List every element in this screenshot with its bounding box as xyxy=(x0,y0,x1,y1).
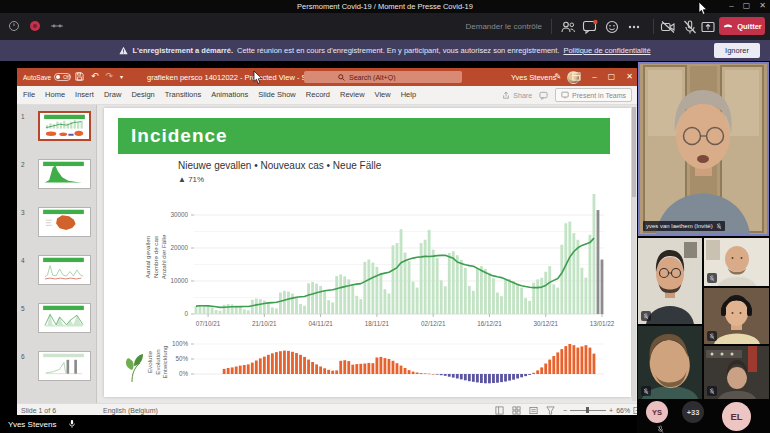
slide-thumbnail-2[interactable] xyxy=(38,159,91,189)
slide: Incidence Nieuwe gevallen • Nouveaux cas… xyxy=(104,108,631,397)
mouse-cursor xyxy=(698,2,708,15)
evolution-chart: 0%50%100%EvolutieEvolutionEntwicklung xyxy=(122,336,618,394)
draw-pen-icon[interactable]: ✎ xyxy=(555,72,562,81)
slide-sorter-button[interactable] xyxy=(512,406,521,415)
record-indicator-icon xyxy=(29,20,41,32)
privacy-policy-link[interactable]: Politique de confidentialité xyxy=(563,46,650,55)
qat-dropdown-icon[interactable]: ▾ xyxy=(120,73,123,80)
participant-tile-bald-man[interactable] xyxy=(704,238,769,286)
thumbnail-5-graphic xyxy=(39,304,88,330)
ignore-button[interactable]: Ignorer xyxy=(714,43,760,58)
avatar-ys[interactable]: YS xyxy=(646,401,668,423)
presenter-mic-icon xyxy=(68,419,76,429)
call-health-icon xyxy=(50,21,64,31)
ribbon-tab-record[interactable]: Record xyxy=(306,90,330,99)
share-icon xyxy=(502,91,510,99)
slide-thumbnail-4[interactable] xyxy=(38,255,91,285)
speaker-name-label: yves van laethem (Invité) xyxy=(643,221,725,231)
undo-button[interactable]: ↶ xyxy=(91,71,99,81)
ppt-statusbar: Slide 1 of 6 English (Belgium) − + 66% xyxy=(17,403,637,415)
search-input[interactable] xyxy=(349,74,459,81)
svg-text:0: 0 xyxy=(184,310,188,317)
main-speaker-tile[interactable]: yves van laethem (Invité) xyxy=(638,62,769,236)
ribbon-tab-home[interactable]: Home xyxy=(45,90,65,99)
minimize-button[interactable]: – xyxy=(729,1,733,10)
ribbon-tab-view[interactable]: View xyxy=(375,90,391,99)
share-button[interactable]: Share xyxy=(502,91,532,99)
ppt-user-name[interactable]: Yves Stevens xyxy=(511,73,556,82)
present-in-teams-button[interactable]: Present in Teams xyxy=(555,88,632,102)
participant-tile-man-glasses[interactable] xyxy=(638,238,702,324)
request-control-button[interactable]: Demander le contrôle xyxy=(466,22,542,31)
canvas-scrollbar[interactable] xyxy=(632,107,636,401)
thumbnail-6-graphic xyxy=(39,352,88,378)
ribbon-tab-animations[interactable]: Animations xyxy=(211,90,248,99)
presenter-bar: Yves Stevens xyxy=(0,415,637,433)
ribbon-tab-transitions[interactable]: Transitions xyxy=(165,90,201,99)
zoom-in-button[interactable]: + xyxy=(609,407,613,414)
ppt-minimize-button[interactable]: – xyxy=(592,72,596,81)
slide-subtitle: Nieuwe gevallen • Nouveaux cas • Neue Fä… xyxy=(178,160,381,171)
save-button[interactable] xyxy=(75,72,84,81)
participant-mic-off-icon xyxy=(707,331,717,341)
thumbnail-number: 2 xyxy=(21,161,25,168)
teams-toolbar: Demander le contrôle Quitter xyxy=(0,13,770,40)
reactions-button[interactable] xyxy=(604,19,620,35)
ribbon-tab-design[interactable]: Design xyxy=(131,90,154,99)
ribbon-tabs: FileHomeInsertDrawDesignTransitionsAnima… xyxy=(23,90,416,99)
ribbon-tab-insert[interactable]: Insert xyxy=(75,90,94,99)
comments-button[interactable] xyxy=(539,91,548,100)
window-titlebar: Persmoment Covid-19 / Moment de Presse C… xyxy=(0,0,770,13)
ppt-search-box[interactable] xyxy=(304,71,462,83)
ppt-close-button[interactable]: ✕ xyxy=(626,72,633,81)
participant-tile-woman-office[interactable] xyxy=(704,346,769,399)
participant-tile-man-closeup[interactable] xyxy=(638,326,702,399)
more-options-button[interactable] xyxy=(626,19,642,35)
svg-text:20000: 20000 xyxy=(170,244,188,251)
thumbnail-number: 6 xyxy=(21,353,25,360)
participants-button[interactable] xyxy=(560,19,576,35)
zoom-percent[interactable]: 66% xyxy=(616,407,630,414)
avatar-overflow-count[interactable]: +33 xyxy=(682,401,704,423)
ppt-maximize-button[interactable]: ▢ xyxy=(608,72,616,81)
reading-view-button[interactable] xyxy=(529,406,538,415)
leaf-logo xyxy=(126,354,143,382)
maximize-button[interactable]: ▢ xyxy=(743,1,751,10)
slide-thumbnail-6[interactable] xyxy=(38,351,91,381)
slide-delta-value: ▲ 71% xyxy=(178,175,204,184)
avatar-el[interactable]: EL xyxy=(722,402,751,431)
zoom-slider[interactable] xyxy=(570,410,606,411)
slide-thumbnail-5[interactable] xyxy=(38,303,91,333)
redo-button[interactable]: ↷ xyxy=(106,71,114,81)
ribbon-tab-review[interactable]: Review xyxy=(340,90,365,99)
slide-thumbnail-3[interactable] xyxy=(38,207,91,237)
svg-text:Evolution: Evolution xyxy=(154,349,161,375)
normal-view-button[interactable] xyxy=(495,406,504,415)
search-icon xyxy=(338,74,345,81)
quitter-button[interactable]: Quitter xyxy=(719,17,765,35)
autosave-toggle[interactable]: AutoSave Off xyxy=(23,73,71,81)
ribbon-tab-draw[interactable]: Draw xyxy=(104,90,122,99)
chat-button[interactable] xyxy=(582,19,598,35)
slide-thumbnail-1[interactable] xyxy=(38,111,91,141)
mic-off-button[interactable] xyxy=(682,19,698,35)
slide-thumbnail-panel: 1 2 3 4 xyxy=(17,105,97,403)
svg-text:30/12/21: 30/12/21 xyxy=(533,320,558,327)
window-title: Persmoment Covid-19 / Moment de Presse C… xyxy=(0,2,770,11)
language-indicator[interactable]: English (Belgium) xyxy=(103,407,158,414)
ppt-titlebar: AutoSave Off ↶ ↷ ▾ grafieken persco 1401… xyxy=(17,68,637,86)
slideshow-view-button[interactable] xyxy=(546,406,555,415)
ribbon-display-button[interactable] xyxy=(572,72,581,81)
camera-off-button[interactable] xyxy=(660,19,676,35)
svg-text:07/10/21: 07/10/21 xyxy=(196,320,221,327)
share-screen-button[interactable] xyxy=(700,19,716,35)
svg-text:Anzahl der Fälle: Anzahl der Fälle xyxy=(160,234,167,279)
zoom-out-button[interactable]: − xyxy=(563,407,567,414)
thumbnail-4-graphic xyxy=(39,256,88,282)
participant-tile-woman-headphones[interactable] xyxy=(704,288,769,344)
ribbon-tab-file[interactable]: File xyxy=(23,90,35,99)
svg-text:16/12/21: 16/12/21 xyxy=(477,320,502,327)
ribbon-tab-slide-show[interactable]: Slide Show xyxy=(258,90,296,99)
ribbon-tab-help[interactable]: Help xyxy=(401,90,416,99)
close-button[interactable]: ✕ xyxy=(759,1,766,10)
